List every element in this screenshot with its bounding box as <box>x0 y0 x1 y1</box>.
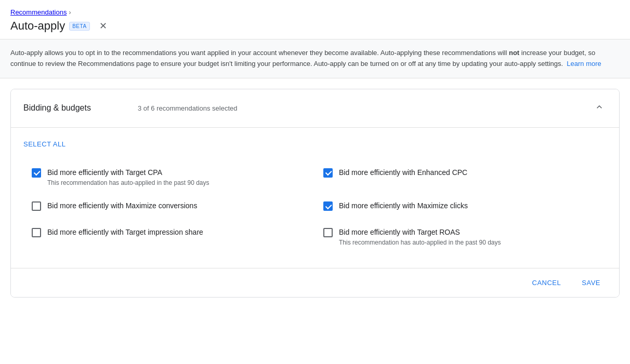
breadcrumb-link[interactable]: Recommendations <box>10 8 67 16</box>
checkbox-maximize-conversions[interactable] <box>32 201 41 211</box>
description-text-before: Auto-apply allows you to opt in to the r… <box>10 49 509 57</box>
options-grid: Bid more efficiently with Target CPA Thi… <box>23 160 607 254</box>
main-content: Bidding & budgets 3 of 6 recommendations… <box>0 78 630 308</box>
option-maximize-clicks: Bid more efficiently with Maximize click… <box>315 194 607 220</box>
option-content-target-roas: Bid more efficiently with Target ROAS Th… <box>339 227 598 247</box>
beta-badge: BETA <box>69 22 89 31</box>
card-header: Bidding & budgets 3 of 6 recommendations… <box>11 89 619 128</box>
card-section-title: Bidding & budgets <box>23 103 138 113</box>
option-target-roas: Bid more efficiently with Target ROAS Th… <box>315 220 607 254</box>
option-label-target-impression-share: Bid more efficiently with Target impress… <box>47 227 307 238</box>
card-footer: CANCEL SAVE <box>11 268 619 297</box>
checkbox-enhanced-cpc[interactable] <box>323 168 333 178</box>
page-title: Auto-apply <box>10 19 65 33</box>
breadcrumb: Recommendations › <box>10 8 620 16</box>
option-content-maximize-conversions: Bid more efficiently with Maximize conve… <box>47 201 307 213</box>
checkbox-target-impression-share[interactable] <box>32 228 41 237</box>
option-content-enhanced-cpc: Bid more efficiently with Enhanced CPC <box>339 168 598 180</box>
card-selection-status: 3 of 6 recommendations selected <box>138 104 592 112</box>
select-all-button[interactable]: SELECT ALL <box>23 138 65 150</box>
option-note-target-roas: This recommendation has auto-applied in … <box>339 239 598 246</box>
option-target-cpa: Bid more efficiently with Target CPA Thi… <box>23 160 315 194</box>
checkbox-target-cpa[interactable] <box>32 168 41 178</box>
option-content-target-impression-share: Bid more efficiently with Target impress… <box>47 227 307 239</box>
option-enhanced-cpc: Bid more efficiently with Enhanced CPC <box>315 160 607 194</box>
title-row: Auto-apply BETA ✕ <box>10 19 620 33</box>
option-label-target-roas: Bid more efficiently with Target ROAS <box>339 227 598 238</box>
checkbox-maximize-clicks[interactable] <box>323 201 333 211</box>
option-content-target-cpa: Bid more efficiently with Target CPA Thi… <box>47 168 307 187</box>
chevron-up-icon <box>594 102 605 112</box>
bidding-budgets-card: Bidding & budgets 3 of 6 recommendations… <box>10 89 620 298</box>
option-maximize-conversions: Bid more efficiently with Maximize conve… <box>23 194 315 220</box>
option-target-impression-share: Bid more efficiently with Target impress… <box>23 220 315 254</box>
option-note-target-cpa: This recommendation has auto-applied in … <box>47 179 307 186</box>
option-label-target-cpa: Bid more efficiently with Target CPA <box>47 168 307 178</box>
option-label-maximize-conversions: Bid more efficiently with Maximize conve… <box>47 201 307 211</box>
description-bar: Auto-apply allows you to opt in to the r… <box>0 39 630 78</box>
cancel-button[interactable]: CANCEL <box>526 275 568 291</box>
breadcrumb-separator: › <box>69 9 71 16</box>
option-label-enhanced-cpc: Bid more efficiently with Enhanced CPC <box>339 168 598 178</box>
save-button[interactable]: SAVE <box>575 275 607 291</box>
page-header: Recommendations › Auto-apply BETA ✕ <box>0 0 630 39</box>
option-content-maximize-clicks: Bid more efficiently with Maximize click… <box>339 201 598 213</box>
learn-more-link[interactable]: Learn more <box>567 60 601 68</box>
description-bold-text: not <box>509 49 519 57</box>
close-button[interactable]: ✕ <box>96 19 110 33</box>
option-label-maximize-clicks: Bid more efficiently with Maximize click… <box>339 201 598 211</box>
card-body: SELECT ALL Bid more efficiently with Tar… <box>11 128 619 268</box>
collapse-button[interactable] <box>592 100 607 117</box>
checkbox-target-roas[interactable] <box>323 228 333 237</box>
